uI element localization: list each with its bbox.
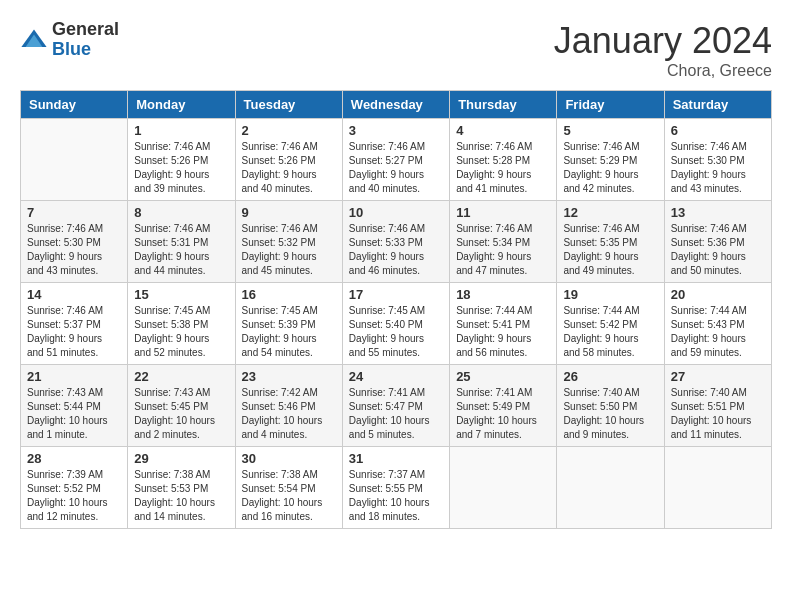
day-number: 22 [134, 369, 228, 384]
day-number: 9 [242, 205, 336, 220]
day-info: Sunrise: 7:46 AMSunset: 5:32 PMDaylight:… [242, 222, 336, 278]
day-cell: 5Sunrise: 7:46 AMSunset: 5:29 PMDaylight… [557, 119, 664, 201]
col-thursday: Thursday [450, 91, 557, 119]
day-cell: 16Sunrise: 7:45 AMSunset: 5:39 PMDayligh… [235, 283, 342, 365]
day-info: Sunrise: 7:43 AMSunset: 5:44 PMDaylight:… [27, 386, 121, 442]
day-number: 5 [563, 123, 657, 138]
day-cell: 25Sunrise: 7:41 AMSunset: 5:49 PMDayligh… [450, 365, 557, 447]
day-cell: 22Sunrise: 7:43 AMSunset: 5:45 PMDayligh… [128, 365, 235, 447]
day-info: Sunrise: 7:44 AMSunset: 5:42 PMDaylight:… [563, 304, 657, 360]
day-cell: 20Sunrise: 7:44 AMSunset: 5:43 PMDayligh… [664, 283, 771, 365]
calendar-subtitle: Chora, Greece [554, 62, 772, 80]
day-cell: 31Sunrise: 7:37 AMSunset: 5:55 PMDayligh… [342, 447, 449, 529]
day-number: 30 [242, 451, 336, 466]
day-number: 26 [563, 369, 657, 384]
day-info: Sunrise: 7:46 AMSunset: 5:26 PMDaylight:… [242, 140, 336, 196]
day-number: 11 [456, 205, 550, 220]
day-number: 3 [349, 123, 443, 138]
day-cell: 29Sunrise: 7:38 AMSunset: 5:53 PMDayligh… [128, 447, 235, 529]
day-info: Sunrise: 7:46 AMSunset: 5:35 PMDaylight:… [563, 222, 657, 278]
day-info: Sunrise: 7:46 AMSunset: 5:30 PMDaylight:… [27, 222, 121, 278]
week-row-3: 14Sunrise: 7:46 AMSunset: 5:37 PMDayligh… [21, 283, 772, 365]
day-cell: 13Sunrise: 7:46 AMSunset: 5:36 PMDayligh… [664, 201, 771, 283]
day-info: Sunrise: 7:41 AMSunset: 5:47 PMDaylight:… [349, 386, 443, 442]
day-cell [557, 447, 664, 529]
day-cell: 18Sunrise: 7:44 AMSunset: 5:41 PMDayligh… [450, 283, 557, 365]
day-info: Sunrise: 7:46 AMSunset: 5:27 PMDaylight:… [349, 140, 443, 196]
day-info: Sunrise: 7:44 AMSunset: 5:43 PMDaylight:… [671, 304, 765, 360]
day-cell: 4Sunrise: 7:46 AMSunset: 5:28 PMDaylight… [450, 119, 557, 201]
calendar-title: January 2024 [554, 20, 772, 62]
day-number: 31 [349, 451, 443, 466]
day-info: Sunrise: 7:41 AMSunset: 5:49 PMDaylight:… [456, 386, 550, 442]
day-cell: 24Sunrise: 7:41 AMSunset: 5:47 PMDayligh… [342, 365, 449, 447]
day-cell [21, 119, 128, 201]
day-number: 7 [27, 205, 121, 220]
logo-blue: Blue [52, 40, 119, 60]
col-tuesday: Tuesday [235, 91, 342, 119]
logo-general: General [52, 20, 119, 40]
day-info: Sunrise: 7:42 AMSunset: 5:46 PMDaylight:… [242, 386, 336, 442]
day-info: Sunrise: 7:45 AMSunset: 5:38 PMDaylight:… [134, 304, 228, 360]
day-cell: 30Sunrise: 7:38 AMSunset: 5:54 PMDayligh… [235, 447, 342, 529]
day-info: Sunrise: 7:45 AMSunset: 5:39 PMDaylight:… [242, 304, 336, 360]
day-cell: 8Sunrise: 7:46 AMSunset: 5:31 PMDaylight… [128, 201, 235, 283]
day-cell: 12Sunrise: 7:46 AMSunset: 5:35 PMDayligh… [557, 201, 664, 283]
day-info: Sunrise: 7:46 AMSunset: 5:33 PMDaylight:… [349, 222, 443, 278]
day-cell: 15Sunrise: 7:45 AMSunset: 5:38 PMDayligh… [128, 283, 235, 365]
day-number: 28 [27, 451, 121, 466]
header-row: Sunday Monday Tuesday Wednesday Thursday… [21, 91, 772, 119]
day-number: 14 [27, 287, 121, 302]
calendar-header: Sunday Monday Tuesday Wednesday Thursday… [21, 91, 772, 119]
day-number: 23 [242, 369, 336, 384]
day-cell: 27Sunrise: 7:40 AMSunset: 5:51 PMDayligh… [664, 365, 771, 447]
day-number: 27 [671, 369, 765, 384]
day-cell: 19Sunrise: 7:44 AMSunset: 5:42 PMDayligh… [557, 283, 664, 365]
day-number: 10 [349, 205, 443, 220]
week-row-5: 28Sunrise: 7:39 AMSunset: 5:52 PMDayligh… [21, 447, 772, 529]
day-cell: 3Sunrise: 7:46 AMSunset: 5:27 PMDaylight… [342, 119, 449, 201]
day-info: Sunrise: 7:38 AMSunset: 5:54 PMDaylight:… [242, 468, 336, 524]
day-cell: 17Sunrise: 7:45 AMSunset: 5:40 PMDayligh… [342, 283, 449, 365]
day-number: 18 [456, 287, 550, 302]
day-cell: 7Sunrise: 7:46 AMSunset: 5:30 PMDaylight… [21, 201, 128, 283]
day-info: Sunrise: 7:46 AMSunset: 5:28 PMDaylight:… [456, 140, 550, 196]
day-number: 13 [671, 205, 765, 220]
day-number: 16 [242, 287, 336, 302]
day-number: 25 [456, 369, 550, 384]
day-info: Sunrise: 7:46 AMSunset: 5:29 PMDaylight:… [563, 140, 657, 196]
day-info: Sunrise: 7:39 AMSunset: 5:52 PMDaylight:… [27, 468, 121, 524]
day-cell: 11Sunrise: 7:46 AMSunset: 5:34 PMDayligh… [450, 201, 557, 283]
day-cell: 28Sunrise: 7:39 AMSunset: 5:52 PMDayligh… [21, 447, 128, 529]
day-info: Sunrise: 7:37 AMSunset: 5:55 PMDaylight:… [349, 468, 443, 524]
page-header: General Blue January 2024 Chora, Greece [20, 20, 772, 80]
day-cell: 6Sunrise: 7:46 AMSunset: 5:30 PMDaylight… [664, 119, 771, 201]
day-cell: 1Sunrise: 7:46 AMSunset: 5:26 PMDaylight… [128, 119, 235, 201]
day-number: 8 [134, 205, 228, 220]
day-cell: 23Sunrise: 7:42 AMSunset: 5:46 PMDayligh… [235, 365, 342, 447]
col-monday: Monday [128, 91, 235, 119]
day-info: Sunrise: 7:46 AMSunset: 5:30 PMDaylight:… [671, 140, 765, 196]
day-number: 20 [671, 287, 765, 302]
day-info: Sunrise: 7:40 AMSunset: 5:51 PMDaylight:… [671, 386, 765, 442]
day-info: Sunrise: 7:40 AMSunset: 5:50 PMDaylight:… [563, 386, 657, 442]
day-info: Sunrise: 7:46 AMSunset: 5:31 PMDaylight:… [134, 222, 228, 278]
day-number: 21 [27, 369, 121, 384]
day-number: 24 [349, 369, 443, 384]
day-cell: 10Sunrise: 7:46 AMSunset: 5:33 PMDayligh… [342, 201, 449, 283]
day-number: 4 [456, 123, 550, 138]
logo: General Blue [20, 20, 119, 60]
day-info: Sunrise: 7:44 AMSunset: 5:41 PMDaylight:… [456, 304, 550, 360]
logo-icon [20, 26, 48, 54]
day-number: 1 [134, 123, 228, 138]
day-cell: 9Sunrise: 7:46 AMSunset: 5:32 PMDaylight… [235, 201, 342, 283]
day-cell: 26Sunrise: 7:40 AMSunset: 5:50 PMDayligh… [557, 365, 664, 447]
day-cell [664, 447, 771, 529]
day-info: Sunrise: 7:43 AMSunset: 5:45 PMDaylight:… [134, 386, 228, 442]
day-number: 6 [671, 123, 765, 138]
col-friday: Friday [557, 91, 664, 119]
day-info: Sunrise: 7:46 AMSunset: 5:37 PMDaylight:… [27, 304, 121, 360]
day-info: Sunrise: 7:46 AMSunset: 5:36 PMDaylight:… [671, 222, 765, 278]
day-number: 29 [134, 451, 228, 466]
day-info: Sunrise: 7:45 AMSunset: 5:40 PMDaylight:… [349, 304, 443, 360]
